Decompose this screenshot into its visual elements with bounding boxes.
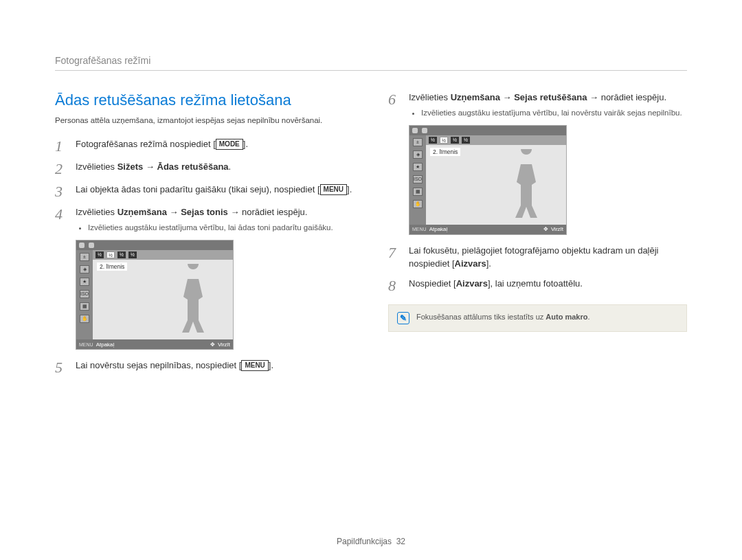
step-number: 1	[55, 139, 69, 154]
text: Izvēlieties	[76, 207, 117, 217]
focus-icon: ◈	[80, 265, 89, 273]
footer-section: Papildfunkcijas	[337, 537, 392, 546]
level-selector: ½ ½ ½ ½	[93, 250, 233, 260]
menu-button-label: MENU	[241, 360, 268, 371]
bold: Sižets	[117, 161, 144, 172]
bold: Sejas retušēšana	[514, 92, 587, 102]
level-3-icon: ½	[451, 137, 459, 144]
bullet: Izvēlieties augstāku iestatījuma vērtību…	[88, 222, 354, 233]
flash-icon: ★	[80, 278, 89, 286]
arrow: →	[500, 92, 514, 102]
text: ].	[486, 258, 491, 269]
page-title: Ādas retušēšanas režīma lietošana	[55, 91, 354, 109]
step-body: Fotografēšanas režīmā nospiediet [MODE].	[76, 138, 354, 151]
text: ].	[347, 184, 352, 194]
text: .	[587, 313, 589, 321]
level-selector: ½ ½ ½ ½	[426, 135, 566, 145]
text: → norādiet iespēju.	[587, 92, 666, 102]
left-column: Ādas retušēšanas režīma lietošana Person…	[55, 91, 354, 382]
level-4-icon: ½	[462, 137, 470, 144]
camera-sidebar: ± ◈ ★ ISO ▦ ✋	[76, 250, 93, 339]
text: Izvēlieties	[409, 92, 451, 102]
step-4: 4 Izvēlieties Uzņemšana → Sejas tonis → …	[55, 206, 354, 233]
camera-topbar	[76, 240, 233, 250]
camera-sidebar: ± ◈ ★ ISO ▦ ✋	[409, 135, 426, 225]
bold: Auto makro	[546, 313, 587, 321]
step-number: 3	[55, 184, 69, 199]
step-5: 5 Lai novērstu sejas nepilnības, nospied…	[55, 359, 354, 375]
status-icon	[89, 243, 94, 248]
level-label: 2. līmenis	[430, 148, 460, 156]
text: Izvēlieties	[76, 161, 117, 172]
focus-icon: ◈	[413, 150, 423, 159]
level-label: 2. līmenis	[97, 262, 127, 271]
ev-icon: ±	[80, 253, 89, 261]
step-2: 2 Izvēlieties Sižets → Ādas retušēšana.	[55, 161, 354, 177]
level-4-icon: ½	[128, 251, 137, 258]
grid-icon: ▦	[80, 302, 89, 311]
step-body: Izvēlieties Uzņemšana → Sejas retušēšana…	[409, 91, 687, 118]
step-number: 7	[388, 245, 402, 260]
level-3-icon: ½	[117, 251, 126, 258]
camera-main: ± ◈ ★ ISO ▦ ✋ ½ ½ ½ ½ 2. līmenis	[76, 250, 233, 339]
page-footer: Papildfunkcijas 32	[0, 537, 742, 546]
text: Lai novērstu sejas nepilnības, nospiedie…	[76, 360, 241, 370]
arrow: →	[143, 161, 157, 172]
step-3: 3 Lai objekta ādas toni padarītu gaišāku…	[55, 183, 354, 199]
text: Fokusēšanas attālums tiks iestatīts uz	[416, 313, 546, 321]
move-label: Virzīt	[551, 226, 563, 232]
bold: Aizvars	[455, 258, 486, 269]
stab-icon: ✋	[413, 200, 423, 208]
step-6: 6 Izvēlieties Uzņemšana → Sejas retušēša…	[388, 91, 687, 118]
camera-bottombar: MENU Atpakaļ ✥ Virzīt	[76, 339, 233, 349]
person-silhouette-icon	[172, 264, 214, 339]
step-number: 5	[55, 360, 69, 375]
ev-icon: ±	[413, 138, 423, 146]
grid-icon: ▦	[413, 188, 423, 196]
step-number: 8	[388, 278, 402, 293]
menu-small-label: MENU	[412, 227, 427, 232]
nav-icon: ✥	[210, 341, 215, 348]
text: Fotografēšanas režīmā nospiediet [	[76, 139, 216, 149]
bold: Uzņemšana	[117, 207, 167, 217]
bold: Aizvars	[456, 278, 488, 289]
iso-icon: ISO	[80, 290, 89, 298]
camera-topbar	[409, 126, 566, 135]
bold: Sejas tonis	[181, 207, 228, 217]
level-2-icon: ½	[440, 137, 448, 144]
camera-ui-preview: ± ◈ ★ ISO ▦ ✋ ½ ½ ½ ½ 2. līmenis	[76, 240, 234, 350]
info-icon: ✎	[397, 312, 409, 324]
breadcrumb: Fotografēšanas režīmi	[55, 55, 687, 71]
bold: Uzņemšana	[451, 92, 500, 102]
step-body: Lai fokusētu, pielāgojiet fotografējamo …	[409, 245, 687, 271]
person-silhouette-icon	[506, 149, 547, 225]
back-label: Atpakaļ	[96, 341, 115, 348]
step-body: Izvēlieties Sižets → Ādas retušēšana.	[76, 161, 354, 174]
step-number: 6	[388, 92, 402, 107]
camera-preview: ½ ½ ½ ½ 2. līmenis	[93, 250, 233, 339]
mode-icon	[79, 243, 85, 248]
level-1-icon: ½	[95, 251, 104, 258]
text: .	[229, 161, 232, 172]
step-1: 1 Fotografēšanas režīmā nospiediet [MODE…	[55, 138, 354, 154]
flash-icon: ★	[413, 163, 423, 171]
right-column: 6 Izvēlieties Uzņemšana → Sejas retušēša…	[388, 91, 687, 382]
step-8: 8 Nospiediet [Aizvars], lai uzņemtu foto…	[388, 278, 687, 293]
step-body: Lai objekta ādas toni padarītu gaišāku (…	[76, 183, 354, 197]
nav-icon: ✥	[543, 226, 548, 232]
step-number: 2	[55, 161, 69, 177]
text: ].	[269, 360, 273, 370]
iso-icon: ISO	[413, 175, 423, 183]
step-body: Izvēlieties Uzņemšana → Sejas tonis → no…	[76, 206, 354, 233]
arrow: →	[167, 207, 181, 217]
text: ].	[243, 139, 248, 149]
step-body: Lai novērstu sejas nepilnības, nospiedie…	[76, 359, 354, 372]
info-text: Fokusēšanas attālums tiks iestatīts uz A…	[416, 312, 590, 322]
camera-preview: ½ ½ ½ ½ 2. līmenis	[426, 135, 566, 225]
camera-main: ± ◈ ★ ISO ▦ ✋ ½ ½ ½ ½ 2. līmenis	[409, 135, 566, 225]
status-icon	[422, 128, 427, 133]
step-number: 4	[55, 207, 69, 222]
step-7: 7 Lai fokusētu, pielāgojiet fotografējam…	[388, 245, 687, 271]
level-1-icon: ½	[429, 137, 437, 144]
mode-button-label: MODE	[216, 139, 243, 150]
